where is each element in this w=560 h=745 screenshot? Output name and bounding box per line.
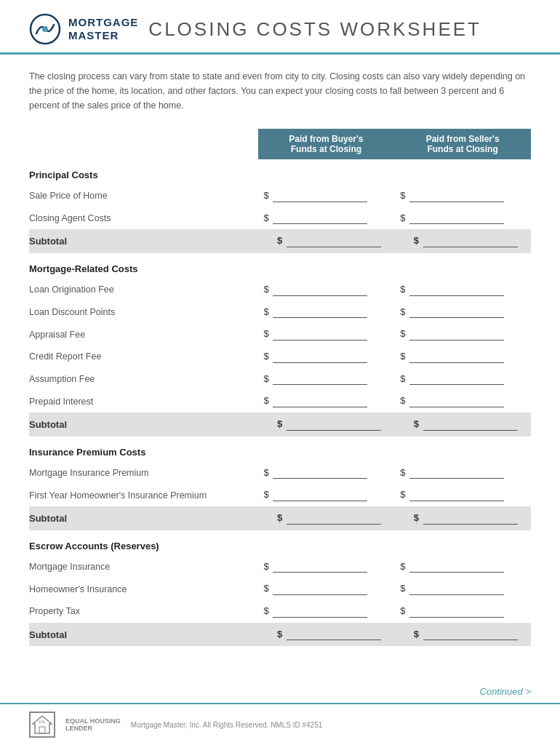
buyer-field[interactable]: $ (258, 556, 395, 578)
input-line (273, 583, 367, 595)
buyer-field[interactable]: $ (258, 279, 395, 301)
input-line (287, 419, 381, 431)
buyer-col-header: Paid from Buyer'sFunds at Closing (258, 129, 395, 159)
dollar-sign: $ (414, 235, 419, 246)
seller-field[interactable]: $ (394, 578, 531, 600)
worksheet-table: Paid from Buyer'sFunds at Closing Paid f… (29, 129, 531, 646)
buyer-field[interactable]: $ (258, 185, 395, 207)
col-label-header (29, 129, 258, 159)
table-row: Mortgage Insurance$ $ (29, 556, 531, 578)
row-label: Appraisal Fee (29, 323, 258, 346)
row-label: Assumption Fee (29, 368, 258, 391)
input-line (273, 561, 367, 573)
subtotal-row-principal: Subtotal$ $ (29, 229, 531, 253)
dollar-sign: $ (264, 328, 269, 339)
seller-field[interactable]: $ (394, 185, 531, 207)
table-row: Loan Origination Fee$ $ (29, 279, 531, 301)
input-line (273, 606, 367, 618)
dollar-sign: $ (400, 284, 405, 295)
dollar-sign: $ (277, 418, 282, 429)
row-label: Prepaid Interest (29, 390, 258, 413)
buyer-field[interactable]: $ (258, 484, 395, 506)
row-label: First Year Homeowner's Insurance Premium (29, 484, 258, 506)
footer-text: EQUAL HOUSINGLENDER (65, 717, 121, 732)
table-row: Assumption Fee$ $ (29, 368, 531, 391)
row-label: Loan Discount Points (29, 301, 258, 324)
dollar-sign: $ (400, 190, 405, 201)
buyer-field[interactable]: $ (258, 390, 395, 413)
seller-field[interactable]: $ (394, 207, 531, 230)
input-line (409, 191, 504, 202)
subtotal-buyer-field[interactable]: $ (258, 623, 395, 647)
buyer-field[interactable]: $ (258, 578, 395, 600)
seller-col-header: Paid from Seller'sFunds at Closing (394, 129, 531, 159)
dollar-sign: $ (400, 561, 405, 572)
input-line (273, 490, 367, 501)
buyer-field[interactable]: $ (258, 207, 395, 230)
subtotal-seller-field[interactable]: $ (394, 506, 531, 530)
seller-field[interactable]: $ (394, 556, 531, 578)
table-row: First Year Homeowner's Insurance Premium… (29, 484, 531, 506)
dollar-sign: $ (414, 629, 419, 640)
input-line (273, 284, 367, 296)
subtotal-label: Subtotal (29, 506, 258, 530)
buyer-field[interactable]: $ (258, 462, 395, 485)
continued-label: Continued > (0, 676, 560, 703)
logo-icon (29, 13, 61, 45)
input-line (273, 329, 367, 340)
seller-field[interactable]: $ (394, 462, 531, 485)
dollar-sign: $ (264, 489, 269, 500)
row-label: Closing Agent Costs (29, 207, 258, 230)
input-line (287, 629, 381, 640)
seller-field[interactable]: $ (394, 346, 531, 368)
dollar-sign: $ (400, 395, 405, 406)
buyer-field[interactable]: $ (258, 301, 395, 324)
input-line (423, 513, 518, 525)
dollar-sign: $ (264, 395, 269, 406)
seller-field[interactable]: $ (394, 323, 531, 346)
equal-housing-icon: EHL (29, 712, 55, 738)
copyright-text: Mortgage Master, Inc. All Rights Reserve… (131, 721, 322, 729)
table-row: Credit Report Fee$ $ (29, 346, 531, 368)
buyer-field[interactable]: $ (258, 600, 395, 623)
dollar-sign: $ (264, 373, 269, 384)
seller-field[interactable]: $ (394, 600, 531, 623)
input-line (409, 351, 504, 363)
subtotal-seller-field[interactable]: $ (394, 413, 531, 437)
table-row: Prepaid Interest$ $ (29, 390, 531, 413)
input-line (273, 373, 367, 385)
buyer-field[interactable]: $ (258, 368, 395, 391)
section-header-escrow: Escrow Accounts (Reserves) (29, 530, 531, 556)
table-row: Mortgage Insurance Premium$ $ (29, 462, 531, 485)
dollar-sign: $ (400, 328, 405, 339)
seller-field[interactable]: $ (394, 279, 531, 301)
dollar-sign: $ (277, 512, 282, 523)
buyer-field[interactable]: $ (258, 323, 395, 346)
row-label: Property Tax (29, 600, 258, 623)
seller-field[interactable]: $ (394, 390, 531, 413)
seller-field[interactable]: $ (394, 484, 531, 506)
table-row: Sale Price of Home$ $ (29, 185, 531, 207)
row-label: Mortgage Insurance (29, 556, 258, 578)
seller-field[interactable]: $ (394, 301, 531, 324)
section-header-insurance: Insurance Premium Costs (29, 437, 531, 462)
row-label: Mortgage Insurance Premium (29, 462, 258, 485)
logo-area: MORTGAGE MASTER (29, 13, 138, 45)
subtotal-buyer-field[interactable]: $ (258, 413, 395, 437)
subtotal-seller-field[interactable]: $ (394, 623, 531, 647)
footer: EHL EQUAL HOUSINGLENDER Mortgage Master,… (0, 703, 560, 745)
buyer-field[interactable]: $ (258, 346, 395, 368)
subtotal-buyer-field[interactable]: $ (258, 229, 395, 253)
input-line (287, 236, 381, 247)
row-label: Homeowner's Insurance (29, 578, 258, 600)
dollar-sign: $ (264, 351, 269, 362)
dollar-sign: $ (400, 212, 405, 223)
seller-field[interactable]: $ (394, 368, 531, 391)
input-line (409, 490, 504, 501)
subtotal-seller-field[interactable]: $ (394, 229, 531, 253)
input-line (409, 396, 504, 407)
subtotal-buyer-field[interactable]: $ (258, 506, 395, 530)
subtotal-row-mortgage: Subtotal$ $ (29, 413, 531, 437)
dollar-sign: $ (400, 605, 405, 616)
svg-marker-2 (33, 716, 52, 733)
